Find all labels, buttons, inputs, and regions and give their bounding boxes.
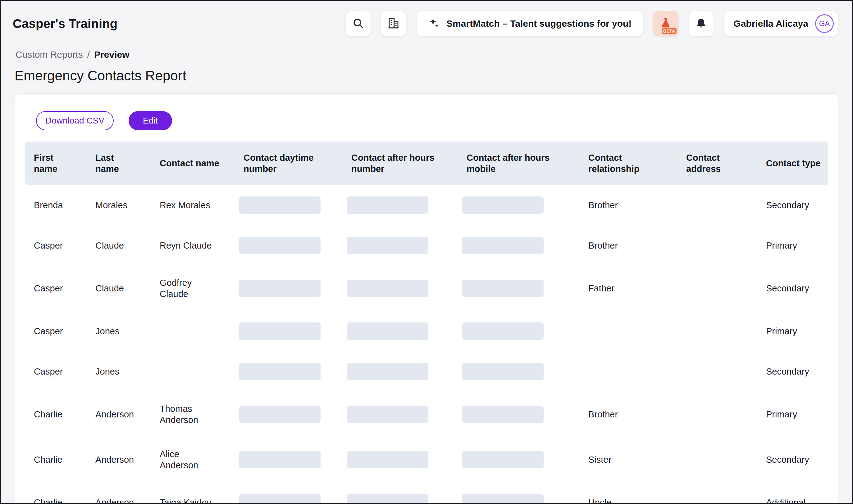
masked-value — [347, 451, 428, 468]
organization-button[interactable] — [381, 11, 406, 36]
masked-phone-cell — [458, 482, 580, 504]
masked-value — [239, 363, 320, 380]
table-cell — [678, 225, 757, 266]
smartmatch-label: SmartMatch – Talent suggestions for you! — [446, 18, 631, 29]
breadcrumb: Custom Reports / Preview — [1, 49, 852, 62]
report-card: Download CSV Edit First nameLast nameCon… — [15, 93, 838, 504]
table-cell: Godfrey Claude — [151, 266, 235, 311]
table-header-row: First nameLast nameContact nameContact d… — [25, 142, 828, 185]
table-cell — [580, 311, 678, 351]
masked-phone-cell — [458, 311, 580, 351]
table-cell: Anderson — [87, 437, 151, 482]
table-cell: Brenda — [25, 185, 87, 225]
masked-value — [347, 322, 428, 340]
beta-flask-button[interactable]: BETA — [653, 11, 678, 36]
table-row: CharlieAndersonAlice AndersonSisterSecon… — [25, 437, 828, 482]
search-button[interactable] — [345, 11, 371, 36]
table-cell: Charlie — [25, 437, 87, 482]
table-cell: Additional — [757, 482, 828, 504]
table-cell: Alice Anderson — [151, 437, 235, 482]
masked-value — [462, 406, 544, 423]
masked-phone-cell — [235, 311, 343, 351]
table-row: CharlieAndersonTaiga KaidouUncleAddition… — [25, 482, 828, 504]
table-row: CasperClaudeGodfrey ClaudeFatherSecondar… — [25, 266, 828, 311]
masked-value — [462, 363, 544, 380]
column-header: Last name — [87, 142, 151, 185]
top-bar: Casper's Training — [1, 1, 852, 46]
notifications-button[interactable] — [689, 11, 714, 36]
table-row: CasperJonesPrimary — [25, 311, 828, 351]
column-header: Contact name — [151, 142, 235, 185]
table-cell: Thomas Anderson — [151, 392, 235, 437]
masked-phone-cell — [458, 225, 580, 266]
masked-phone-cell — [343, 185, 458, 225]
table-cell: Claude — [87, 225, 151, 266]
building-icon — [387, 17, 400, 31]
masked-value — [239, 406, 320, 423]
breadcrumb-separator: / — [87, 49, 90, 60]
table-cell: Charlie — [25, 482, 87, 504]
masked-value — [239, 237, 320, 254]
table-row: BrendaMoralesRex MoralesBrotherSecondary — [25, 185, 828, 225]
masked-value — [239, 280, 320, 297]
masked-phone-cell — [458, 392, 580, 437]
table-cell: Jones — [87, 351, 151, 392]
masked-phone-cell — [343, 266, 458, 311]
table-cell: Taiga Kaidou — [151, 482, 235, 504]
masked-value — [239, 451, 320, 468]
masked-phone-cell — [235, 437, 343, 482]
table-cell: Anderson — [87, 482, 151, 504]
table-cell: Brother — [580, 225, 678, 266]
avatar: GA — [815, 14, 834, 33]
masked-phone-cell — [235, 266, 343, 311]
table-cell: Brother — [580, 185, 678, 225]
report-table: First nameLast nameContact nameContact d… — [25, 142, 828, 504]
breadcrumb-custom-reports[interactable]: Custom Reports — [16, 49, 83, 60]
bell-icon — [695, 17, 707, 30]
masked-phone-cell — [235, 185, 343, 225]
table-cell: Primary — [757, 311, 828, 351]
table-cell: Reyn Claude — [151, 225, 235, 266]
table-cell — [678, 185, 757, 225]
masked-phone-cell — [343, 351, 458, 392]
masked-value — [347, 494, 428, 504]
masked-value — [347, 237, 428, 254]
masked-value — [462, 494, 544, 504]
masked-phone-cell — [235, 482, 343, 504]
table-cell: Rex Morales — [151, 185, 235, 225]
masked-phone-cell — [458, 351, 580, 392]
masked-value — [462, 237, 544, 254]
column-header: Contact address — [678, 142, 757, 185]
table-cell: Charlie — [25, 392, 87, 437]
masked-phone-cell — [235, 351, 343, 392]
masked-value — [239, 322, 320, 340]
table-cell — [678, 311, 757, 351]
masked-phone-cell — [343, 311, 458, 351]
masked-value — [347, 196, 428, 214]
table-cell — [151, 351, 235, 392]
user-menu[interactable]: Gabriella Alicaya GA — [724, 11, 838, 37]
table-cell: Secondary — [757, 351, 828, 392]
table-cell: Primary — [757, 392, 828, 437]
table-cell — [678, 392, 757, 437]
sparkle-icon — [428, 16, 440, 31]
table-cell — [678, 266, 757, 311]
table-cell: Casper — [25, 266, 87, 311]
table-cell: Secondary — [757, 266, 828, 311]
edit-button[interactable]: Edit — [128, 111, 172, 130]
user-name: Gabriella Alicaya — [733, 18, 808, 29]
column-header: Contact relationship — [580, 142, 678, 185]
column-header: First name — [25, 142, 87, 185]
table-cell: Casper — [25, 225, 87, 266]
column-header: Contact after hours number — [343, 142, 458, 185]
table-row: CasperClaudeReyn ClaudeBrotherPrimary — [25, 225, 828, 266]
download-csv-button[interactable]: Download CSV — [36, 111, 114, 130]
table-cell: Casper — [25, 351, 87, 392]
table-cell: Brother — [580, 392, 678, 437]
table-cell: Jones — [87, 311, 151, 351]
masked-phone-cell — [343, 392, 458, 437]
table-cell: Secondary — [757, 437, 828, 482]
smartmatch-button[interactable]: SmartMatch – Talent suggestions for you! — [416, 11, 643, 37]
table-cell: Morales — [87, 185, 151, 225]
masked-phone-cell — [235, 225, 343, 266]
